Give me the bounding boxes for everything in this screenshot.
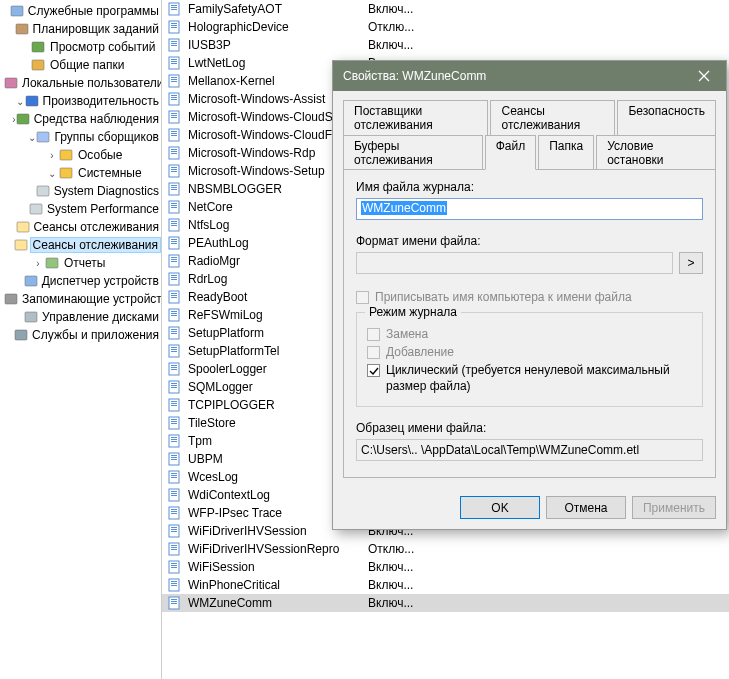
svg-rect-4 xyxy=(5,78,17,88)
svg-rect-24 xyxy=(171,23,177,24)
svg-rect-150 xyxy=(171,585,177,586)
svg-rect-84 xyxy=(171,293,177,294)
svg-rect-86 xyxy=(171,297,177,298)
format-label: Формат имени файла: xyxy=(356,234,703,248)
svg-rect-46 xyxy=(171,117,177,118)
tree-item-label: Средства наблюдения xyxy=(34,112,159,126)
tab[interactable]: Безопасность xyxy=(617,100,716,135)
tab[interactable]: Буферы отслеживания xyxy=(343,135,483,170)
svg-rect-137 xyxy=(171,529,177,530)
tree-item[interactable]: Планировщик заданий xyxy=(0,20,161,38)
apply-button[interactable]: Применить xyxy=(632,496,716,519)
tree-item[interactable]: Управление дисками xyxy=(0,308,161,326)
tree-item-label: Группы сборщиков xyxy=(54,130,159,144)
svg-rect-145 xyxy=(171,565,177,566)
tree-item[interactable]: Диспетчер устройств xyxy=(0,272,161,290)
document-icon xyxy=(166,37,184,53)
svg-rect-62 xyxy=(171,189,177,190)
chevron-down-icon[interactable]: ⌄ xyxy=(27,132,37,143)
chevron-down-icon[interactable]: ⌄ xyxy=(46,168,58,179)
tools-icon xyxy=(10,3,24,19)
tab[interactable]: Файл xyxy=(485,135,537,170)
format-menu-button[interactable]: > xyxy=(679,252,703,274)
document-icon xyxy=(166,469,184,485)
filename-input[interactable] xyxy=(356,198,703,220)
tab[interactable]: Папка xyxy=(538,135,594,170)
properties-dialog: Свойства: WMZuneComm Поставщики отслежив… xyxy=(332,60,727,530)
filename-label: Имя файла журнала: xyxy=(356,180,703,194)
tree-item[interactable]: Служебные программы xyxy=(0,2,161,20)
list-item-name: IUSB3P xyxy=(188,38,368,52)
tree-item[interactable]: Просмотр событий xyxy=(0,38,161,56)
document-icon xyxy=(166,271,184,287)
svg-rect-12 xyxy=(17,222,29,232)
svg-rect-93 xyxy=(171,331,177,332)
ok-button[interactable]: OK xyxy=(460,496,540,519)
cancel-button[interactable]: Отмена xyxy=(546,496,626,519)
nav-tree[interactable]: Служебные программыПланировщик заданийПр… xyxy=(0,0,162,679)
tree-item[interactable]: Локальные пользователи xyxy=(0,74,161,92)
tree-item[interactable]: ›Особые xyxy=(0,146,161,164)
chevron-right-icon[interactable]: › xyxy=(46,150,58,161)
svg-rect-77 xyxy=(171,259,177,260)
tree-item[interactable]: Сеансы отслеживания xyxy=(0,218,161,236)
list-row[interactable]: WiFiSessionВключ... xyxy=(162,558,729,576)
tree-item[interactable]: Сеансы отслеживания xyxy=(0,236,161,254)
document-icon xyxy=(166,397,184,413)
tree-item-label: Диспетчер устройств xyxy=(42,274,159,288)
format-display xyxy=(356,252,673,274)
tree-item-label: Системные xyxy=(78,166,142,180)
sample-label: Образец имени файла: xyxy=(356,421,703,435)
tab[interactable]: Поставщики отслеживания xyxy=(343,100,488,135)
tree-item[interactable]: ⌄Группы сборщиков xyxy=(0,128,161,146)
tree-item[interactable]: System Performance xyxy=(0,200,161,218)
document-icon xyxy=(166,253,184,269)
document-icon xyxy=(166,1,184,17)
svg-rect-45 xyxy=(171,115,177,116)
close-button[interactable] xyxy=(682,61,726,91)
document-icon xyxy=(166,235,184,251)
checkbox-icon xyxy=(367,328,380,341)
tree-item-label: Службы и приложения xyxy=(32,328,159,342)
tree-item[interactable]: System Diagnostics xyxy=(0,182,161,200)
svg-rect-54 xyxy=(171,153,177,154)
svg-rect-30 xyxy=(171,45,177,46)
chevron-right-icon[interactable]: › xyxy=(32,258,44,269)
document-icon xyxy=(166,451,184,467)
shared-icon xyxy=(30,57,46,73)
svg-rect-48 xyxy=(171,131,177,132)
disk-icon xyxy=(24,309,38,325)
tree-item[interactable]: Запоминающие устройства xyxy=(0,290,161,308)
svg-rect-8 xyxy=(60,150,72,160)
list-row[interactable]: WinPhoneCriticalВключ... xyxy=(162,576,729,594)
document-icon xyxy=(166,559,184,575)
document-icon xyxy=(166,73,184,89)
tree-item-label: System Performance xyxy=(47,202,159,216)
tree-item[interactable]: ⌄Системные xyxy=(0,164,161,182)
list-item-status: Отклю... xyxy=(368,20,414,34)
svg-rect-80 xyxy=(171,275,177,276)
list-row[interactable]: WMZuneCommВключ... xyxy=(162,594,729,612)
checkbox-icon xyxy=(356,291,369,304)
monitor-icon xyxy=(16,111,30,127)
list-row[interactable]: FamilySafetyAOTВключ... xyxy=(162,0,729,18)
tree-item[interactable]: ⌄Производительность xyxy=(0,92,161,110)
tab[interactable]: Сеансы отслеживания xyxy=(490,100,615,135)
mode-replace-label: Замена xyxy=(386,327,428,341)
tree-item[interactable]: Общие папки xyxy=(0,56,161,74)
close-icon xyxy=(698,70,710,82)
tree-item[interactable]: Службы и приложения xyxy=(0,326,161,344)
tree-item[interactable]: ›Средства наблюдения xyxy=(0,110,161,128)
tree-item-label: Запоминающие устройства xyxy=(22,292,162,306)
list-item-status: Включ... xyxy=(368,560,413,574)
list-row[interactable]: WiFiDriverIHVSessionReproОтклю... xyxy=(162,540,729,558)
mode-append-checkbox: Добавление xyxy=(367,345,692,359)
list-row[interactable]: IUSB3PВключ... xyxy=(162,36,729,54)
tree-item[interactable]: ›Отчеты xyxy=(0,254,161,272)
tab[interactable]: Условие остановки xyxy=(596,135,716,170)
list-row[interactable]: HolographicDeviceОтклю... xyxy=(162,18,729,36)
dialog-titlebar[interactable]: Свойства: WMZuneComm xyxy=(333,61,726,91)
mode-cyclic-checkbox[interactable]: Циклический (требуется ненулевой максима… xyxy=(367,363,692,394)
chevron-down-icon[interactable]: ⌄ xyxy=(15,96,24,107)
folder-blue-icon xyxy=(58,147,74,163)
